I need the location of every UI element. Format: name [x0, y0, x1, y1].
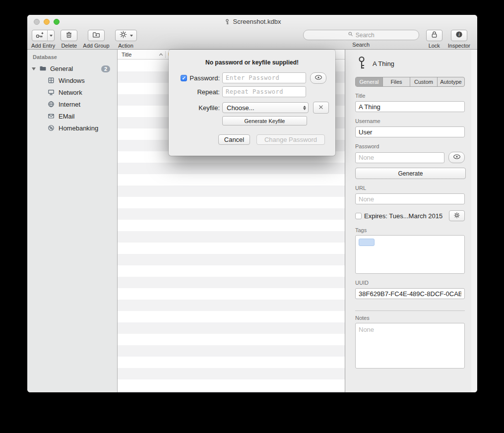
notes-label: Notes — [355, 315, 465, 321]
globe-icon — [47, 100, 55, 108]
sidebar-item-label: Homebanking — [59, 124, 98, 132]
search-icon — [348, 31, 354, 39]
inspector-button[interactable]: i — [451, 30, 467, 41]
password-field[interactable] — [355, 152, 444, 163]
sidebar-item-label: Internet — [59, 101, 80, 108]
entry-count-badge: 2 — [101, 65, 110, 72]
sidebar-item-label: EMail — [59, 113, 75, 120]
toolbar: Add Entry Delete — [27, 28, 477, 50]
title-field-label: Title — [355, 93, 465, 99]
keyfile-row: Keyfile: Choose... — [169, 102, 335, 113]
change-password-button[interactable]: Change Password — [256, 134, 325, 145]
keyfile-label: Keyfile: — [169, 104, 220, 112]
windows-icon — [47, 76, 55, 84]
sidebar-section-header: Database — [27, 50, 117, 60]
title-field[interactable] — [355, 101, 465, 112]
sidebar-item-network[interactable]: Network — [27, 86, 117, 98]
reveal-password-button[interactable] — [448, 152, 465, 163]
inspector-scrollbar-track[interactable] — [471, 50, 477, 392]
sidebar-item-windows[interactable]: Windows — [27, 74, 117, 86]
notes-field[interactable]: None — [355, 323, 465, 369]
document-key-icon — [224, 18, 231, 25]
search-input[interactable]: Search — [303, 30, 419, 40]
expires-row: Expires: Tues...March 2015 — [355, 210, 465, 221]
password-row — [355, 152, 465, 163]
sidebar-item-label: General — [50, 65, 73, 72]
titlebar[interactable]: Screenshot.kdbx — [27, 15, 477, 28]
password-input[interactable] — [222, 72, 306, 83]
disclosure-triangle-icon[interactable] — [32, 67, 36, 70]
repeat-row: Repeat: — [169, 86, 335, 97]
password-row: ✓ Password: — [169, 72, 335, 83]
lock-icon — [430, 30, 439, 41]
uuid-field[interactable] — [355, 288, 465, 299]
column-header-title[interactable]: Title — [118, 52, 165, 58]
delete-button[interactable] — [61, 30, 77, 41]
password-checkbox[interactable]: ✓ — [181, 75, 187, 81]
zoom-button[interactable] — [54, 19, 60, 25]
change-password-dialog: No password or keyfile supplied! ✓ Passw… — [169, 50, 335, 156]
tab-autotype[interactable]: Autotype — [438, 77, 464, 86]
password-field-label: Password — [355, 143, 465, 149]
username-field-label: Username — [355, 118, 465, 124]
expires-checkbox[interactable] — [355, 213, 362, 219]
svg-text:i: i — [458, 32, 460, 37]
minimize-button[interactable] — [44, 19, 50, 25]
lock-label: Lock — [429, 43, 440, 49]
tab-files[interactable]: Files — [383, 77, 410, 86]
cancel-button[interactable]: Cancel — [218, 134, 250, 145]
key-icon — [355, 56, 368, 72]
sidebar-item-internet[interactable]: Internet — [27, 98, 117, 110]
inspector-item: i Inspector — [448, 30, 470, 49]
expires-settings-button[interactable] — [449, 210, 465, 221]
window-title-group: Screenshot.kdbx — [224, 18, 281, 25]
add-entry-label: Add Entry — [31, 43, 55, 49]
username-field[interactable] — [355, 126, 465, 137]
url-field-label: URL — [355, 185, 465, 191]
tab-general[interactable]: General — [356, 77, 383, 86]
close-button[interactable] — [34, 19, 40, 25]
add-entry-dropdown[interactable] — [47, 30, 54, 41]
window-controls — [34, 19, 60, 25]
add-entry-button[interactable] — [32, 30, 55, 41]
lock-item: Lock — [426, 30, 442, 49]
app-window: Screenshot.kdbx Add Entry — [27, 15, 477, 392]
sidebar-item-homebanking[interactable]: Homebanking — [27, 122, 117, 134]
delete-label: Delete — [61, 43, 77, 49]
keyfile-popup-value: Choose... — [227, 104, 254, 112]
add-group-label: Add Group — [83, 43, 109, 49]
lock-button[interactable] — [426, 30, 442, 41]
add-group-item: Add Group — [83, 30, 109, 49]
close-icon — [318, 103, 324, 112]
generate-button[interactable]: Generate — [355, 168, 466, 179]
clear-keyfile-button[interactable] — [313, 102, 329, 114]
url-field[interactable] — [355, 193, 465, 204]
trash-icon — [64, 30, 73, 41]
add-entry-item: Add Entry — [31, 30, 55, 49]
entry-title: A Thing — [373, 60, 394, 67]
add-group-button[interactable] — [88, 30, 105, 41]
sidebar-item-label: Windows — [59, 77, 85, 84]
keyfile-popup[interactable]: Choose... — [222, 102, 309, 113]
key-plus-icon — [32, 30, 47, 41]
folder-icon — [39, 64, 47, 74]
tag-chip[interactable] — [359, 239, 375, 246]
eye-icon — [315, 73, 322, 82]
sidebar-item-email[interactable]: EMail — [27, 110, 117, 122]
entry-header: A Thing — [355, 54, 465, 73]
gear-icon — [453, 212, 460, 220]
sidebar: Database General 2 Windows — [27, 50, 118, 392]
reveal-password-button[interactable] — [310, 72, 326, 84]
sort-ascending-icon — [159, 52, 163, 58]
tags-box[interactable] — [355, 235, 465, 274]
repeat-password-input[interactable] — [222, 86, 306, 97]
chevron-down-icon — [130, 35, 133, 37]
search-label: Search — [352, 42, 370, 48]
action-button[interactable] — [115, 30, 137, 41]
expires-label: Expires: Tues...March 2015 — [364, 212, 442, 220]
tab-custom[interactable]: Custom — [410, 77, 438, 86]
dialog-message: No password or keyfile supplied! — [169, 59, 335, 66]
sidebar-item-general[interactable]: General 2 — [27, 63, 117, 74]
window-title: Screenshot.kdbx — [233, 18, 281, 25]
generate-keyfile-button[interactable]: Generate Keyfile — [222, 116, 307, 125]
